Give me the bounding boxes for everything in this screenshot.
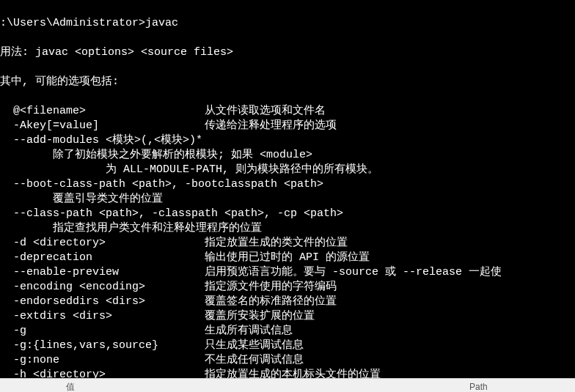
help-line: --class-path <path>, -classpath <path>, … [0, 207, 575, 221]
help-line: -endorseddirs <dirs> 覆盖签名的标准路径的位置 [0, 295, 575, 309]
intro-line: 其中, 可能的选项包括: [0, 75, 575, 89]
statusbar-col-value: 值 [66, 380, 75, 392]
help-line: --add-modules <模块>(,<模块>)* [0, 133, 575, 148]
help-line: -Akey[=value] 传递给注释处理程序的选项 [0, 119, 575, 133]
help-line: -extdirs <dirs> 覆盖所安装扩展的位置 [0, 309, 575, 324]
help-line: --boot-class-path <path>, -bootclasspath… [0, 177, 575, 192]
help-line: 覆盖引导类文件的位置 [0, 192, 575, 207]
prompt-line: :\Users\Administrator>javac [0, 16, 575, 31]
status-bar: 值 Path [0, 378, 575, 392]
terminal-output: :\Users\Administrator>javac 用法: javac <o… [0, 0, 575, 378]
help-line: -g 生成所有调试信息 [0, 324, 575, 339]
help-line: -d <directory> 指定放置生成的类文件的位置 [0, 236, 575, 251]
help-line: 除了初始模块之外要解析的根模块; 如果 <module> [0, 148, 575, 163]
help-line: -g:{lines,vars,source} 只生成某些调试信息 [0, 339, 575, 353]
help-line: 指定查找用户类文件和注释处理程序的位置 [0, 221, 575, 236]
help-line: @<filename> 从文件读取选项和文件名 [0, 104, 575, 119]
usage-line: 用法: javac <options> <source files> [0, 45, 575, 60]
help-line: 为 ALL-MODULE-PATH, 则为模块路径中的所有模块。 [0, 163, 575, 177]
help-line: -g:none 不生成任何调试信息 [0, 353, 575, 368]
help-line: -deprecation 输出使用已过时的 API 的源位置 [0, 251, 575, 265]
help-line: --enable-preview 启用预览语言功能。要与 -source 或 -… [0, 265, 575, 280]
statusbar-col-path: Path [469, 380, 488, 392]
help-line: -encoding <encoding> 指定源文件使用的字符编码 [0, 280, 575, 295]
